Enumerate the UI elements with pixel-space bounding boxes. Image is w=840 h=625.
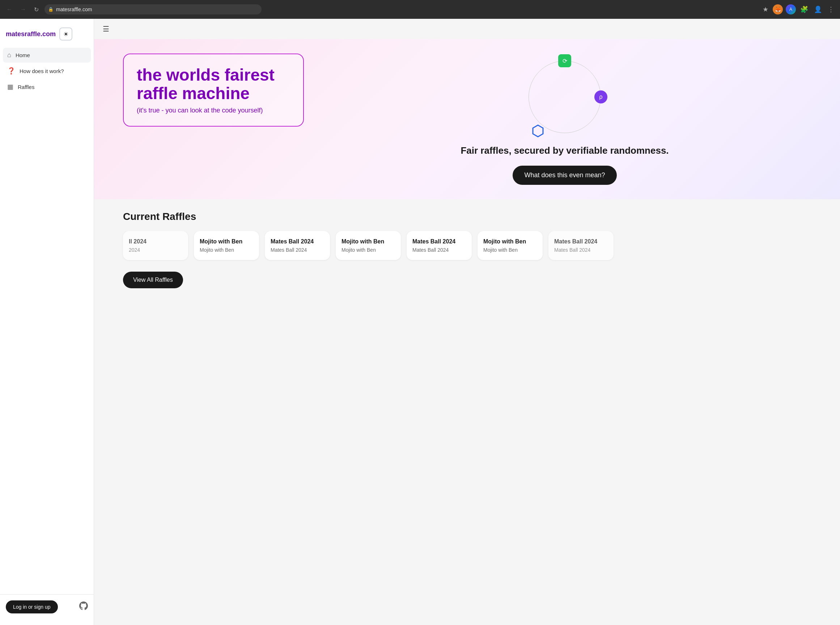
home-icon: ⌂ [7, 51, 11, 59]
raffle-card-sub-6: Mates Ball 2024 [554, 247, 608, 253]
raffle-card-1[interactable]: Mojito with Ben Mojito with Ben [194, 231, 259, 260]
raffle-card-sub-3: Mojito with Ben [342, 247, 395, 253]
cycle-icon: ⟳ [563, 58, 567, 64]
extensions-button[interactable]: 🧩 [799, 4, 810, 15]
address-input[interactable] [45, 4, 261, 14]
sidebar-item-home[interactable]: ⌂ Home [3, 48, 91, 62]
sidebar-item-raffles[interactable]: ▦ Raffles [3, 79, 91, 95]
lock-icon: 🔒 [48, 7, 53, 12]
login-button[interactable]: Log in or sign up [6, 600, 58, 613]
sidebar-nav: ⌂ Home ❓ How does it work? ▦ Raffles [0, 48, 94, 594]
sidebar-item-how-label: How does it work? [20, 68, 64, 74]
raffle-card-title-1: Mojito with Ben [200, 238, 253, 245]
star-button[interactable]: ★ [761, 4, 770, 15]
raffle-card-sub-1: Mojito with Ben [200, 247, 253, 253]
browser-actions: ★ 🦊 A 🧩 👤 ⋮ [761, 4, 836, 15]
sidebar-item-how-does-it-work[interactable]: ❓ How does it work? [3, 63, 91, 78]
raffles-icon: ▦ [7, 83, 13, 91]
circle-diagram: ⟳ ρ [529, 61, 601, 133]
raffle-card-5[interactable]: Mojito with Ben Mojito with Ben [478, 231, 543, 260]
purple-node: ρ [594, 90, 607, 103]
raffle-card-title-0: ll 2024 [129, 238, 182, 245]
main-content: ☰ the worlds fairest raffle machine (it'… [94, 19, 840, 625]
browser-chrome: ← → ↻ 🔒 ★ 🦊 A 🧩 👤 ⋮ [0, 0, 840, 19]
raffle-card-title-3: Mojito with Ben [342, 238, 395, 245]
site-logo-text: matesraffle.com [6, 30, 56, 38]
svg-marker-0 [533, 125, 543, 137]
raffles-scroll-container[interactable]: ll 2024 2024 Mojito with Ben Mojito with… [103, 231, 831, 266]
arc-icon[interactable]: A [786, 4, 796, 14]
raffle-card-3[interactable]: Mojito with Ben Mojito with Ben [336, 231, 401, 260]
what-does-this-mean-button[interactable]: What does this even mean? [513, 166, 616, 185]
sidebar: matesraffle.com ☀ ⌂ Home ❓ How does it w… [0, 19, 94, 625]
address-bar-wrapper: 🔒 [45, 4, 261, 14]
blue-hex-node [531, 124, 544, 137]
p-icon: ρ [599, 94, 602, 100]
sidebar-item-raffles-label: Raffles [18, 84, 34, 90]
raffle-card-4[interactable]: Mates Ball 2024 Mates Ball 2024 [407, 231, 472, 260]
sidebar-item-home-label: Home [16, 52, 30, 58]
hamburger-icon: ☰ [103, 25, 109, 33]
hexagon-icon [531, 124, 544, 137]
raffle-card-0[interactable]: ll 2024 2024 [123, 231, 188, 260]
login-label: Log in or sign up [13, 604, 51, 610]
hero-right: ⟳ ρ Fair raffles, secured by verifiable … [318, 53, 811, 185]
hero-title: the worlds fairest raffle machine [137, 66, 290, 103]
what-label: What does this even mean? [524, 171, 605, 179]
view-all-label: View All Raffles [133, 277, 173, 283]
raffle-card-sub-0: 2024 [129, 247, 182, 253]
hero-section: the worlds fairest raffle machine (it's … [94, 39, 840, 199]
app-container: matesraffle.com ☀ ⌂ Home ❓ How does it w… [0, 19, 840, 625]
theme-toggle-button[interactable]: ☀ [59, 28, 72, 40]
raffle-card-6[interactable]: Mates Ball 2024 Mates Ball 2024 [548, 231, 613, 260]
raffle-card-title-4: Mates Ball 2024 [412, 238, 466, 245]
raffles-section-title: Current Raffles [103, 211, 831, 222]
raffle-card-title-2: Mates Ball 2024 [271, 238, 324, 245]
firefox-icon[interactable]: 🦊 [773, 4, 783, 14]
question-icon: ❓ [7, 67, 15, 75]
hero-card: the worlds fairest raffle machine (it's … [123, 53, 304, 127]
raffle-card-sub-2: Mates Ball 2024 [271, 247, 324, 253]
green-node: ⟳ [558, 54, 571, 67]
raffle-card-title-6: Mates Ball 2024 [554, 238, 608, 245]
circle-ring [529, 61, 601, 133]
sidebar-footer: Log in or sign up [0, 594, 94, 619]
hamburger-button[interactable]: ☰ [103, 25, 109, 33]
raffles-section: Current Raffles ll 2024 2024 Mojito with… [94, 199, 840, 300]
raffle-card-sub-4: Mates Ball 2024 [412, 247, 466, 253]
hero-tagline: Fair raffles, secured by verifiable rand… [460, 145, 669, 157]
profile-button[interactable]: 👤 [812, 4, 823, 15]
hero-subtitle: (it's true - you can look at the code yo… [137, 107, 290, 114]
sidebar-logo-area: matesraffle.com ☀ [0, 25, 94, 48]
raffle-card-2[interactable]: Mates Ball 2024 Mates Ball 2024 [265, 231, 330, 260]
forward-button[interactable]: → [18, 5, 28, 14]
back-button[interactable]: ← [4, 5, 14, 14]
raffle-card-title-5: Mojito with Ben [483, 238, 537, 245]
hero-left: the worlds fairest raffle machine (it's … [123, 53, 304, 127]
sun-icon: ☀ [63, 31, 68, 37]
github-icon[interactable] [79, 602, 88, 613]
reload-button[interactable]: ↻ [32, 5, 41, 14]
top-menu-bar: ☰ [94, 19, 840, 39]
menu-button[interactable]: ⋮ [826, 4, 836, 15]
view-all-raffles-button[interactable]: View All Raffles [123, 272, 183, 288]
raffle-card-sub-5: Mojito with Ben [483, 247, 537, 253]
